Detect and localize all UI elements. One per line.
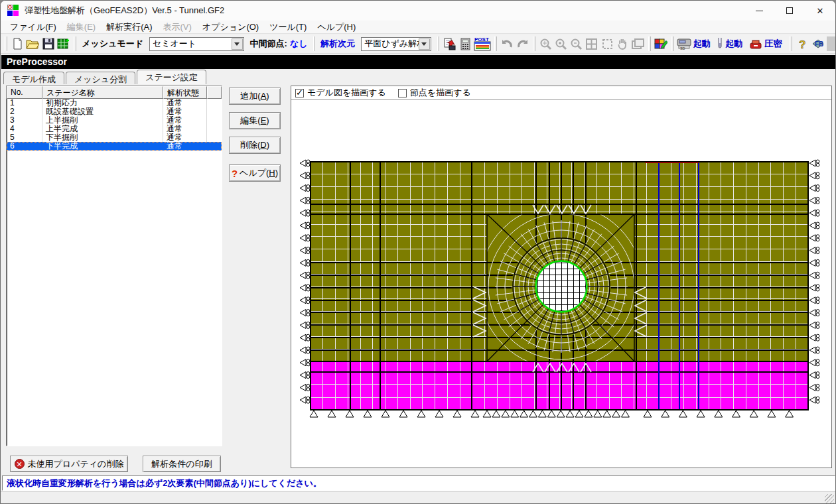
print-analysis-conditions-button[interactable]: 解析条件の印刷 [143, 456, 221, 472]
zoom-rect-button[interactable] [600, 36, 615, 52]
undo-icon [501, 39, 513, 48]
calculator-button[interactable] [458, 36, 473, 52]
stage-cell-state: 通常 [163, 107, 207, 116]
toolbar-grip [437, 36, 440, 51]
property-edit-button[interactable] [654, 36, 669, 52]
tab-3[interactable]: ステージ設定 [137, 70, 206, 84]
launch-test-button[interactable] [716, 36, 724, 52]
pan-button[interactable] [615, 36, 630, 52]
menu-item-3[interactable]: 解析実行(A) [101, 20, 157, 34]
zoom-in-button[interactable] [553, 36, 569, 52]
open-folder-icon [26, 38, 39, 50]
app-window: G 弾塑性地盤解析（GeoFEAS2D）Ver.5 - Tunnel.GF2 ✕… [0, 0, 836, 504]
tab-2[interactable]: メッシュ分割 [66, 72, 135, 84]
launch-3d-label: 起動 [693, 38, 711, 50]
button-label: 解析条件の印刷 [151, 458, 212, 470]
redo-button[interactable] [515, 36, 530, 52]
mesh-mode-combobox[interactable]: セミオート [149, 37, 244, 51]
dimension-label: 解析次元 [320, 38, 355, 50]
zoom-fit-button[interactable] [584, 36, 599, 52]
delete-unused-properties-button[interactable]: ✕未使用プロパティの削除 [10, 456, 128, 472]
close-button[interactable]: ✕ [805, 1, 835, 21]
draw-nodes-checkbox[interactable] [398, 89, 407, 97]
toolbar-grip [648, 36, 651, 51]
consolidation-button[interactable] [748, 36, 763, 52]
zoom-out-button[interactable] [569, 36, 584, 52]
post-processor-button[interactable]: POST [473, 36, 492, 52]
draw-model-checkbox[interactable] [295, 89, 304, 97]
close-icon: ✕ [817, 7, 824, 15]
zoom-dynamic-button[interactable] [538, 36, 553, 52]
grid-pen-icon [654, 38, 667, 50]
column-header-blank [207, 86, 222, 99]
fem-mesh-drawing [291, 100, 831, 468]
stage-row-6[interactable]: 6下半完成通常 [7, 142, 222, 151]
column-header-3[interactable]: 解析状態 [163, 86, 207, 99]
menu-item-4: 表示(V) [158, 20, 197, 34]
column-header-2[interactable]: ステージ名称 [42, 86, 163, 99]
magnifier-sparkle-icon [539, 38, 552, 50]
maximize-button[interactable] [774, 1, 805, 21]
fb-tool-button[interactable]: FB [810, 36, 825, 52]
stage-cell-name: 上半完成 [42, 125, 163, 133]
status-message: 液状化時自重変形解析を行う場合は必ず2次要素(中間節点あり)にしてください。 [2, 475, 835, 491]
stage-row-2[interactable]: 2既設基礎設置通常 [7, 107, 222, 116]
menu-item-6[interactable]: ツール(T) [264, 20, 312, 34]
help-button[interactable]: ? [795, 36, 810, 52]
column-header-1[interactable]: No. [7, 86, 42, 99]
stage-cell-no: 6 [7, 142, 42, 151]
pan-window-button[interactable] [630, 36, 646, 52]
stage-cell-name: 上半掘削 [42, 116, 163, 125]
menu-item-1[interactable]: ファイル(F) [5, 20, 62, 34]
launch-3d-button[interactable]: 3D [677, 36, 692, 52]
redo-icon [517, 39, 529, 48]
stage-row-4[interactable]: 4上半完成通常 [7, 125, 222, 133]
svg-text:3D: 3D [680, 46, 685, 50]
mesh-mode-value: セミオート [150, 38, 199, 50]
help-button[interactable]: ?ヘルプ(H) [229, 164, 281, 182]
export-data-button[interactable] [442, 36, 457, 52]
edit-button[interactable]: 編集(E) [229, 112, 281, 129]
preprocessor-header: PreProcessor [1, 55, 836, 69]
stage-table: No.ステージ名称解析状態 1初期応力通常2既設基礎設置通常3上半掘削通常4上半… [6, 86, 222, 446]
open-file-button[interactable] [25, 36, 40, 52]
toolbar-overflow [827, 36, 835, 51]
stage-row-1[interactable]: 1初期応力通常 [7, 99, 222, 107]
window-status-strip [1, 491, 835, 504]
toolbar-grip [533, 36, 535, 51]
dimension-combobox[interactable]: 平面ひずみ解析 [361, 37, 431, 51]
stage-cell-no: 4 [7, 125, 42, 133]
add-button[interactable]: 追加(A) [229, 88, 281, 105]
button-label: 追加(A) [240, 90, 269, 102]
title-bar[interactable]: G 弾塑性地盤解析（GeoFEAS2D）Ver.5 - Tunnel.GF2 ✕ [1, 1, 835, 21]
button-label: ヘルプ(H) [240, 167, 278, 179]
app-icon: G [7, 5, 19, 17]
stage-row-5[interactable]: 5下半掘削通常 [7, 133, 222, 142]
resize-grip[interactable] [825, 494, 834, 503]
stage-cell-no: 2 [7, 107, 42, 116]
stage-cell-no: 5 [7, 133, 42, 142]
chevron-down-icon[interactable] [419, 38, 430, 50]
zoom-rect-icon [601, 38, 614, 50]
stage-row-3[interactable]: 3上半掘削通常 [7, 116, 222, 125]
view-options-bar: モデル図を描画する 節点を描画する [291, 86, 831, 100]
launch-test-label: 起動 [725, 38, 742, 50]
undo-button[interactable] [500, 36, 515, 52]
fit-window-icon [585, 38, 598, 50]
stage-cell-no: 1 [7, 99, 42, 107]
menu-item-7[interactable]: ヘルプ(H) [312, 20, 361, 34]
delete-button[interactable]: 削除(D) [229, 137, 281, 154]
mid-node-value: なし [290, 38, 308, 50]
stage-cell-no: 3 [7, 116, 42, 125]
minimize-button[interactable] [744, 1, 774, 21]
mesh-tool-button[interactable] [56, 36, 71, 52]
new-file-button[interactable] [10, 36, 25, 52]
mesh-canvas[interactable] [291, 100, 831, 468]
menu-item-5[interactable]: オプション(O) [197, 20, 264, 34]
hand-icon [616, 38, 628, 50]
save-button[interactable] [40, 36, 56, 52]
stage-cell-name: 既設基礎設置 [42, 107, 163, 116]
tab-1[interactable]: モデル作成 [3, 72, 64, 84]
chevron-down-icon[interactable] [232, 38, 243, 50]
button-label: 削除(D) [240, 139, 269, 151]
